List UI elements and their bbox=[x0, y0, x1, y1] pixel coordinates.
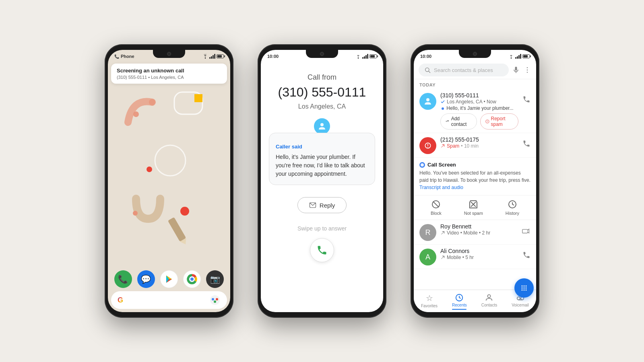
caller-detail-ali: Mobile • 5 hr bbox=[440, 255, 518, 260]
call-back-icon-1[interactable] bbox=[522, 95, 530, 105]
dialpad-fab[interactable] bbox=[514, 278, 534, 298]
dock-camera[interactable]: 📷 bbox=[206, 270, 224, 288]
add-contact-button[interactable]: Add contact bbox=[440, 113, 477, 130]
answer-button[interactable] bbox=[310, 238, 334, 262]
swipe-hint: Swipe up to answer bbox=[297, 225, 347, 232]
signal-icon-1 bbox=[209, 54, 215, 59]
time-display-3: 10:00 bbox=[420, 54, 431, 59]
art-dot-red bbox=[147, 167, 152, 172]
favorites-icon: ☆ bbox=[426, 293, 433, 303]
art-dot-yellow bbox=[194, 94, 202, 102]
battery-icon-2 bbox=[369, 54, 377, 58]
phone-answer-icon bbox=[316, 245, 328, 256]
caller-message-preview: Hello, it's Jamie your plumber... bbox=[440, 105, 518, 111]
art-u-shape bbox=[132, 195, 164, 223]
camera-cutout-3 bbox=[473, 52, 477, 56]
call-screen-header: Call Screen bbox=[419, 162, 530, 168]
svg-point-2 bbox=[133, 111, 139, 117]
svg-point-45 bbox=[522, 288, 523, 289]
art-arc bbox=[116, 94, 164, 134]
svg-line-23 bbox=[429, 71, 430, 73]
outgoing-arrow-icon-roy bbox=[440, 230, 445, 235]
svg-point-50 bbox=[526, 290, 527, 291]
svg-point-18 bbox=[358, 58, 359, 59]
svg-point-16 bbox=[216, 298, 218, 300]
history-action[interactable]: History bbox=[506, 200, 519, 216]
video-call-icon-roy[interactable] bbox=[522, 226, 530, 237]
search-bar-row: Search contacts & places bbox=[414, 61, 536, 79]
phone-1: 📞 Phone bbox=[105, 44, 233, 318]
svg-point-25 bbox=[527, 70, 528, 71]
call-back-icon-2[interactable] bbox=[522, 140, 530, 150]
svg-point-46 bbox=[524, 288, 525, 289]
call-back-icon-ali[interactable] bbox=[522, 251, 530, 261]
svg-point-53 bbox=[517, 297, 520, 300]
phone-screen-2: 10:00 Call from bbox=[261, 50, 383, 312]
google-search-bar[interactable]: G bbox=[111, 291, 227, 309]
camera-cutout-1 bbox=[167, 52, 171, 56]
arrow-icon-spam bbox=[440, 144, 445, 148]
caller-said-bubble: Caller said Hello, it's Jamie your plumb… bbox=[269, 133, 375, 185]
google-assistant-icon bbox=[209, 294, 221, 306]
wifi-icon-3 bbox=[508, 54, 514, 59]
caller-actions: Add contact Report spam bbox=[440, 113, 518, 130]
google-logo: G bbox=[118, 296, 123, 304]
reply-icon bbox=[309, 202, 316, 209]
svg-point-34 bbox=[427, 147, 428, 148]
status-icons-1 bbox=[202, 54, 224, 59]
phone-icon-1 bbox=[522, 95, 530, 103]
phone-notch-3 bbox=[459, 50, 491, 58]
block-actions-row: Block Not spam History bbox=[414, 195, 536, 220]
notif-title: Screening an unknown call bbox=[117, 68, 221, 74]
dock-chrome[interactable] bbox=[183, 270, 201, 288]
nav-recents[interactable]: Recents bbox=[448, 293, 471, 310]
svg-point-42 bbox=[522, 286, 523, 287]
call-screen-block: Call Screen Hello. You've been selected … bbox=[414, 158, 536, 195]
svg-point-43 bbox=[524, 286, 525, 287]
assistant-badge-icon bbox=[419, 162, 425, 168]
more-options-icon[interactable] bbox=[523, 66, 531, 74]
phone-3: 10:00 bbox=[411, 44, 539, 318]
screening-notification[interactable]: Screening an unknown call (310) 555-0111… bbox=[111, 64, 227, 84]
svg-point-31 bbox=[487, 122, 487, 122]
recent-call-item-2: (212) 555-0175 Spam • 10 min bbox=[414, 133, 536, 158]
dock-messages-app[interactable]: 💬 bbox=[137, 270, 155, 288]
dock-play-store[interactable] bbox=[160, 270, 178, 288]
transcript-audio-link[interactable]: Transcript and audio bbox=[419, 185, 463, 190]
phone-status-icon: 📞 bbox=[114, 54, 119, 59]
report-spam-button[interactable]: Report spam bbox=[480, 113, 518, 130]
phone-screen-1: 📞 Phone bbox=[108, 50, 230, 312]
caller-message-container: Caller said Hello, it's Jamie your plumb… bbox=[269, 126, 375, 185]
active-indicator bbox=[452, 309, 466, 310]
caller-detail-1: Los Angeles, CA • Now bbox=[440, 99, 518, 105]
caller-avatar-1 bbox=[419, 93, 436, 110]
call-from-label: Call from bbox=[308, 73, 336, 82]
not-spam-icon bbox=[469, 200, 478, 209]
svg-point-13 bbox=[190, 278, 194, 281]
dock-phone-app[interactable]: 📞 bbox=[114, 270, 132, 288]
phone-notch-2 bbox=[306, 50, 338, 58]
caller-avatar-ali: A bbox=[419, 249, 436, 265]
nav-favorites[interactable]: ☆ Favorites bbox=[417, 293, 442, 310]
recent-call-item-roy: R Roy Bennett Video • Mobile • 2 hr bbox=[414, 220, 536, 245]
wifi-icon-2 bbox=[355, 54, 361, 59]
caller-detail-roy: Video • Mobile • 2 hr bbox=[440, 230, 518, 236]
svg-line-40 bbox=[442, 232, 444, 234]
art-pencil bbox=[160, 211, 197, 251]
voicemail-label: Voicemail bbox=[512, 303, 529, 307]
caller-number-2: (212) 555-0175 bbox=[440, 136, 518, 143]
block-action-block[interactable]: Block bbox=[431, 200, 442, 216]
svg-point-21 bbox=[511, 58, 512, 59]
mic-icon[interactable] bbox=[512, 66, 520, 74]
assistant-dot-icon bbox=[440, 106, 445, 111]
reply-button[interactable]: Reply bbox=[297, 197, 347, 213]
unknown-person-icon bbox=[423, 97, 433, 106]
search-input-container[interactable]: Search contacts & places bbox=[419, 64, 509, 76]
recents-label: Recents bbox=[452, 303, 467, 307]
camera-cutout-2 bbox=[320, 52, 324, 56]
call-screen-transcript: Hello. You've been selected for an all-e… bbox=[419, 169, 530, 191]
not-spam-action[interactable]: Not spam bbox=[464, 200, 483, 216]
nav-contacts[interactable]: Contacts bbox=[477, 293, 501, 310]
search-placeholder: Search contacts & places bbox=[434, 67, 493, 73]
wallpaper bbox=[108, 86, 230, 267]
